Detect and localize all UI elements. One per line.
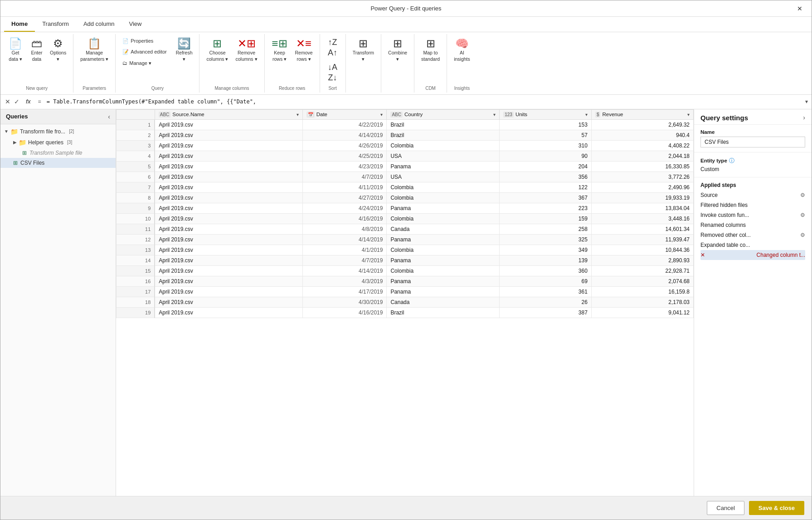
table-row[interactable]: 13 April 2019.csv 4/1/2019 Colombia 349 … — [117, 245, 694, 255]
sidebar-collapse-button[interactable]: ‹ — [108, 113, 110, 120]
sidebar-item-transform-sample[interactable]: ⊞ Transform Sample file — [0, 148, 116, 158]
col-header-units[interactable]: 123 Units ▾ — [500, 109, 592, 119]
manage-button[interactable]: 🗂 Manage ▾ — [119, 58, 170, 68]
query-settings-expand[interactable]: › — [803, 114, 805, 121]
table-row[interactable]: 5 April 2019.csv 4/23/2019 Panama 204 16… — [117, 161, 694, 172]
table-row[interactable]: 6 April 2019.csv 4/7/2019 USA 356 3,772.… — [117, 172, 694, 182]
row-num-cell: 2 — [117, 130, 155, 140]
properties-button[interactable]: 📄 Properties — [119, 36, 170, 46]
enter-data-button[interactable]: 🗃 Enterdata — [28, 36, 46, 64]
country-cell: Canada — [387, 224, 500, 234]
keep-rows-button[interactable]: ≡⊞ Keeprows ▾ — [268, 36, 291, 64]
data-table-wrapper[interactable]: ABC Source.Name ▾ 📅 Date ▾ — [116, 109, 694, 496]
type-icon-source: ABC — [159, 112, 171, 118]
table-row[interactable]: 17 April 2019.csv 4/17/2019 Panama 361 1… — [117, 286, 694, 297]
tab-view[interactable]: View — [122, 17, 149, 32]
col-header-revenue[interactable]: $ Revenue ▾ — [591, 109, 693, 119]
step-settings-icon[interactable]: ⚙ — [800, 192, 805, 198]
country-cell: Panama — [387, 234, 500, 245]
choose-columns-button[interactable]: ⊞ Choosecolumns ▾ — [203, 36, 231, 64]
ribbon-group-cdm: ⊞ Map tostandard CDM — [414, 34, 447, 93]
map-to-standard-button[interactable]: ⊞ Map tostandard — [418, 36, 443, 64]
tab-add-column[interactable]: Add column — [76, 17, 122, 32]
table-row[interactable]: 15 April 2019.csv 4/14/2019 Colombia 360… — [117, 265, 694, 276]
table-row[interactable]: 3 April 2019.csv 4/26/2019 Colombia 310 … — [117, 140, 694, 151]
step-label: Expanded table co... — [700, 242, 750, 248]
table-row[interactable]: 2 April 2019.csv 4/14/2019 Brazil 57 940… — [117, 130, 694, 140]
table-row[interactable]: 18 April 2019.csv 4/30/2019 Canada 26 2,… — [117, 297, 694, 307]
table-row[interactable]: 8 April 2019.csv 4/27/2019 Colombia 367 … — [117, 192, 694, 203]
ribbon-buttons-cdm: ⊞ Map tostandard — [418, 36, 443, 85]
advanced-editor-button[interactable]: 📝 Advanced editor — [119, 47, 170, 57]
sidebar-item-csv-files[interactable]: ⊞ CSV Files — [0, 158, 116, 168]
manage-parameters-button[interactable]: 📋 Manageparameters ▾ — [77, 36, 112, 64]
source-cell: April 2019.csv — [155, 161, 302, 172]
get-data-button[interactable]: 📄 Getdata ▾ — [4, 36, 27, 64]
ribbon-group-combine: ⊞ Combine▾ — [381, 34, 414, 93]
step-settings-icon[interactable]: ⚙ — [800, 212, 805, 218]
tab-transform[interactable]: Transform — [35, 17, 76, 32]
filter-icon-date[interactable]: ▾ — [380, 112, 383, 117]
remove-columns-button[interactable]: ✕⊞ Removecolumns ▾ — [233, 36, 261, 64]
source-cell: April 2019.csv — [155, 182, 302, 192]
step-item-renamed_columns[interactable]: Renamed columns — [700, 220, 805, 230]
table-row[interactable]: 12 April 2019.csv 4/14/2019 Panama 325 1… — [117, 234, 694, 245]
combine-button[interactable]: ⊞ Combine▾ — [385, 36, 410, 64]
ribbon-group-sort: ↑ZA↑ ↓AZ↓ Sort — [320, 34, 346, 93]
ribbon-group-transform: ⊞ Transform▾ — [346, 34, 381, 93]
col-header-country[interactable]: ABC Country ▾ — [387, 109, 500, 119]
filter-icon-revenue[interactable]: ▾ — [687, 112, 690, 117]
filter-icon-source[interactable]: ▾ — [297, 112, 299, 117]
step-item-removed_other_col[interactable]: Removed other col...⚙ — [700, 230, 805, 240]
name-input[interactable] — [700, 137, 805, 147]
step-delete-icon[interactable]: ✕ — [700, 252, 705, 258]
table-row[interactable]: 11 April 2019.csv 4/8/2019 Canada 258 14… — [117, 224, 694, 234]
step-item-expanded_table_co[interactable]: Expanded table co... — [700, 240, 805, 250]
entity-type-info-icon[interactable]: ⓘ — [729, 157, 734, 165]
units-cell: 69 — [500, 276, 592, 286]
ribbon-group-label-new-query: New query — [26, 85, 48, 91]
tab-home[interactable]: Home — [4, 17, 35, 32]
step-item-filtered_hidden[interactable]: Filtered hidden files — [700, 200, 805, 210]
sort-ascending-button[interactable]: ↑ZA↑ — [324, 36, 342, 60]
filter-icon-units[interactable]: ▾ — [585, 112, 588, 117]
step-settings-icon[interactable]: ⚙ — [800, 232, 805, 238]
table-row[interactable]: 16 April 2019.csv 4/3/2019 Panama 69 2,0… — [117, 276, 694, 286]
table-row[interactable]: 14 April 2019.csv 4/7/2019 Panama 139 2,… — [117, 255, 694, 265]
sidebar-group-transform-file[interactable]: ▼ 📁 Transform file fro... [2] — [0, 126, 116, 137]
refresh-button[interactable]: 🔄 Refresh▾ — [173, 36, 196, 64]
step-item-invoke_custom[interactable]: Invoke custom fun...⚙ — [700, 210, 805, 220]
ai-insights-button[interactable]: 🧠 AIinsights — [451, 36, 473, 64]
table-row[interactable]: 9 April 2019.csv 4/24/2019 Panama 223 13… — [117, 203, 694, 213]
table-row[interactable]: 10 April 2019.csv 4/16/2019 Colombia 159… — [117, 213, 694, 224]
remove-rows-button[interactable]: ✕≡ Removerows ▾ — [292, 36, 316, 64]
col-header-source-name[interactable]: ABC Source.Name ▾ — [155, 109, 302, 119]
col-header-date[interactable]: 📅 Date ▾ — [302, 109, 387, 119]
options-button[interactable]: ⚙ Options▾ — [47, 36, 69, 64]
country-cell: Colombia — [387, 265, 500, 276]
filter-icon-country[interactable]: ▾ — [493, 112, 496, 117]
transform-button[interactable]: ⊞ Transform▾ — [350, 36, 377, 64]
enter-data-icon: 🗃 — [31, 38, 42, 49]
sidebar-group-helper-queries[interactable]: ▶ 📁 Helper queries [3] — [0, 137, 116, 148]
save-close-button[interactable]: Save & close — [749, 501, 804, 515]
table-row[interactable]: 4 April 2019.csv 4/25/2019 USA 90 2,044.… — [117, 151, 694, 161]
formula-accept-icon[interactable]: ✓ — [13, 97, 20, 106]
cancel-button[interactable]: Cancel — [707, 501, 744, 515]
col-label-country: Country — [404, 112, 423, 117]
step-item-changed_column_t[interactable]: ✕Changed column t... — [700, 250, 805, 260]
revenue-cell: 22,928.71 — [591, 265, 693, 276]
ribbon: 📄 Getdata ▾ 🗃 Enterdata ⚙ Options▾ New q… — [0, 32, 812, 95]
formula-input[interactable] — [47, 98, 802, 105]
formula-cancel-icon[interactable]: ✕ — [4, 97, 11, 106]
formula-expand-icon[interactable]: ▾ — [805, 98, 808, 105]
window-title: Power Query - Edit queries — [272, 5, 539, 12]
row-num-cell: 5 — [117, 161, 155, 172]
table-row[interactable]: 1 April 2019.csv 4/22/2019 Brazil 153 2,… — [117, 119, 694, 130]
units-cell: 90 — [500, 151, 592, 161]
table-row[interactable]: 19 April 2019.csv 4/16/2019 Brazil 387 9… — [117, 307, 694, 318]
step-item-source[interactable]: Source⚙ — [700, 190, 805, 200]
table-row[interactable]: 7 April 2019.csv 4/11/2019 Colombia 122 … — [117, 182, 694, 192]
close-button[interactable]: ✕ — [793, 4, 806, 13]
sort-descending-button[interactable]: ↓AZ↓ — [324, 61, 342, 85]
